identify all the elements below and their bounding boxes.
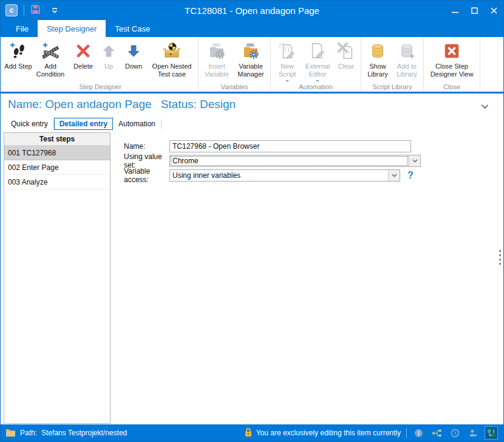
show-library-icon: [367, 41, 388, 61]
name-field-row: Name:: [124, 140, 411, 152]
group-script-library: Show Library Add to Library Script Libra…: [361, 37, 424, 92]
statusbar-tools: [412, 427, 500, 439]
test-step-row[interactable]: 003 Analyze: [4, 175, 110, 189]
info-icon[interactable]: [412, 427, 424, 439]
show-library-button[interactable]: Show Library: [363, 39, 392, 78]
close-view-icon: [441, 41, 462, 61]
add-condition-icon: [40, 41, 61, 61]
chevron-down-icon[interactable]: [409, 155, 420, 166]
test-step-row[interactable]: 002 Enter Page: [4, 160, 110, 175]
minimize-button[interactable]: [445, 1, 465, 20]
group-label: Close: [424, 83, 480, 90]
variable-access-label: Variable access:: [124, 167, 169, 184]
variable-manager-button[interactable]: Variable Manager: [233, 39, 268, 78]
help-icon[interactable]: ?: [407, 170, 414, 181]
down-button[interactable]: Down: [120, 39, 148, 70]
folder-icon: [5, 428, 16, 438]
add-to-library-button[interactable]: Add to Library: [392, 39, 421, 78]
tab-step-designer[interactable]: Step Designer: [38, 20, 106, 37]
item-name: Name: Open andagon Page: [8, 98, 152, 111]
group-automation: { } New Script External Editor: [271, 37, 361, 92]
app-logo-icon[interactable]: c: [5, 4, 18, 16]
workflow-icon[interactable]: [485, 427, 497, 439]
new-script-icon: { }: [277, 41, 298, 61]
history-icon[interactable]: [449, 427, 461, 439]
page-title: Name: Open andagon Page Status: Design: [8, 98, 496, 111]
open-nested-testcase-button[interactable]: Open Nested Test case: [148, 39, 196, 78]
title-bar: TC128081 - Open andagon Page c: [1, 1, 503, 20]
value-set-row: Using value set: Chrome: [124, 155, 421, 167]
test-step-row[interactable]: 001 TC127968: [4, 146, 110, 160]
name-label: Name:: [124, 142, 169, 151]
add-condition-button[interactable]: Add Condition: [32, 39, 69, 78]
status-bar: Path: Stefans Testprojekt/nested You are…: [1, 424, 503, 441]
chevron-down-icon[interactable]: [388, 170, 400, 181]
lock-message: You are exclusively editing this item cu…: [256, 429, 401, 437]
up-button[interactable]: Up: [98, 39, 120, 70]
item-status: Status: Design: [161, 98, 236, 111]
divider: [406, 427, 407, 438]
group-variables: Insert Variable Variable Manager Variabl…: [199, 37, 271, 92]
arrow-up-icon: [98, 41, 119, 61]
test-steps-panel: Test steps 001 TC127968 002 Enter Page 0…: [4, 132, 111, 424]
delete-icon: [73, 41, 94, 61]
group-close: Close Step Designer View Close: [424, 37, 480, 92]
arrow-down-icon: [123, 41, 144, 61]
lock-cluster: You are exclusively editing this item cu…: [244, 427, 401, 439]
group-label: Step Designer: [2, 83, 198, 90]
customize-toolbar-icon[interactable]: [52, 8, 58, 13]
window-title: TC128081 - Open andagon Page: [1, 5, 503, 16]
external-editor-icon: [307, 41, 328, 61]
ribbon: Add Step Add Condition: [1, 37, 503, 93]
add-step-button[interactable]: Add Step: [4, 39, 32, 70]
group-label: Script Library: [361, 83, 423, 90]
divider: [24, 5, 24, 16]
external-editor-button[interactable]: External Editor: [302, 39, 333, 84]
test-steps-header: Test steps: [4, 133, 110, 146]
delete-button[interactable]: Delete: [69, 39, 98, 70]
tab-test-case[interactable]: Test Case: [106, 20, 159, 37]
new-script-button[interactable]: { } New Script: [273, 39, 302, 84]
ribbon-tab-strip: File Step Designer Test Case: [1, 20, 503, 37]
group-label: Automation: [271, 83, 361, 90]
add-step-icon: [8, 41, 29, 61]
tab-quick-entry[interactable]: Quick entry: [5, 118, 53, 130]
lock-icon: [244, 427, 253, 439]
clear-button[interactable]: { } Clear: [333, 39, 359, 70]
variable-access-select[interactable]: Using inner variables: [169, 169, 400, 182]
close-step-designer-button[interactable]: Close Step Designer View: [426, 39, 478, 78]
path-value: Stefans Testprojekt/nested: [41, 429, 127, 437]
tab-automation[interactable]: Automation: [113, 118, 161, 130]
save-icon[interactable]: [30, 4, 41, 17]
variable-access-value: Using inner variables: [170, 170, 388, 181]
user-icon[interactable]: [467, 427, 479, 439]
divider: [161, 120, 162, 129]
splitter-grip[interactable]: [499, 250, 501, 265]
svg-text:{ }: { }: [284, 47, 289, 53]
app-window: TC128081 - Open andagon Page c File Step…: [0, 0, 504, 442]
quick-access-toolbar: c: [1, 4, 58, 17]
nested-testcase-icon: [162, 41, 182, 61]
clear-icon: { }: [336, 41, 356, 61]
close-button[interactable]: [484, 1, 503, 20]
hierarchy-icon[interactable]: [431, 427, 443, 439]
value-set-select[interactable]: Chrome: [169, 155, 421, 167]
insert-variable-icon: [206, 41, 227, 61]
value-set-value: Chrome: [170, 155, 409, 166]
tab-detailed-entry[interactable]: Detailed entry: [54, 118, 113, 130]
path-label: Path:: [20, 429, 37, 437]
variable-manager-icon: [240, 41, 261, 61]
step-name-input[interactable]: [169, 140, 411, 152]
group-label: Variables: [199, 83, 270, 90]
maximize-button[interactable]: [465, 1, 484, 20]
collapse-header-icon[interactable]: [481, 101, 489, 112]
window-controls: [445, 1, 503, 20]
group-step-designer: Add Step Add Condition: [2, 37, 199, 92]
path-cluster: Path: Stefans Testprojekt/nested: [5, 428, 127, 438]
entry-tab-strip: Quick entry Detailed entry Automation: [1, 117, 503, 131]
tab-file[interactable]: File: [7, 20, 38, 37]
main-content: Name: Open andagon Page Status: Design Q…: [1, 93, 503, 424]
add-to-library-icon: [397, 41, 417, 61]
variable-access-row: Variable access: Using inner variables ?: [124, 169, 414, 182]
insert-variable-button[interactable]: Insert Variable: [200, 39, 233, 78]
